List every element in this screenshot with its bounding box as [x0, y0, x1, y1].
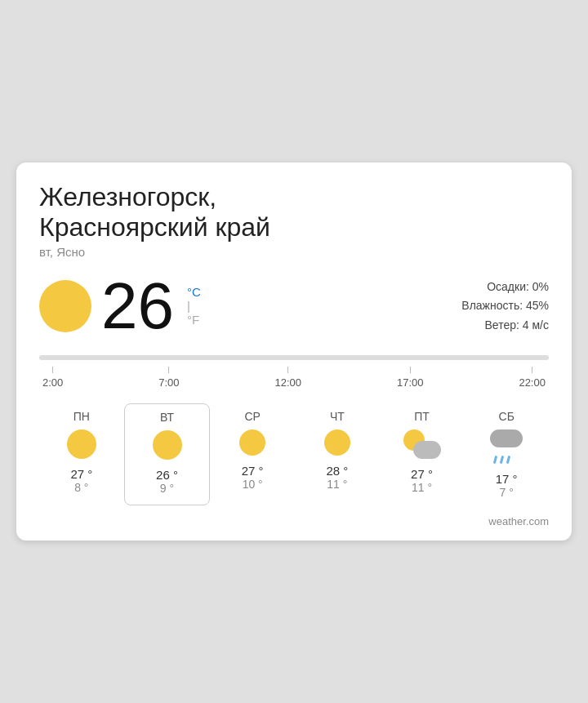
- day-label: ЧТ: [330, 410, 345, 423]
- low-temp: 7 °: [500, 486, 514, 499]
- low-temp: 8 °: [74, 481, 88, 494]
- forecast-day: ПН 27 ° 8 °: [39, 403, 124, 505]
- cloud-part-icon: [413, 441, 441, 459]
- day-condition: вт, Ясно: [39, 245, 549, 259]
- tick-label: 17:00: [397, 376, 424, 389]
- high-temp: 26 °: [156, 468, 178, 482]
- source-label: weather.com: [488, 515, 549, 527]
- tick-label: 22:00: [519, 376, 546, 389]
- city-line2: Красноярский край: [39, 212, 270, 242]
- tick-group: 22:00: [519, 367, 546, 389]
- temperature-section: 26 °C | °F: [39, 274, 201, 339]
- partly-cloudy-icon: [403, 429, 441, 459]
- rain-drops-icon: [494, 456, 510, 464]
- tick-label: 12:00: [274, 376, 301, 389]
- low-temp: 11 °: [412, 481, 432, 494]
- weather-details: Осадки: 0% Влажность: 45% Ветер: 4 м/с: [461, 278, 549, 336]
- tick-group: 2:00: [42, 367, 63, 389]
- day-icon: [239, 429, 265, 456]
- day-icon: [324, 429, 350, 456]
- rain-drop: [493, 456, 497, 464]
- tick-mark: [52, 367, 53, 373]
- fahrenheit-unit[interactable]: °F: [187, 313, 201, 327]
- forecast-day: СБ 17 ° 7 °: [464, 403, 549, 505]
- tick-label: 2:00: [42, 376, 63, 389]
- wind-detail: Ветер: 4 м/с: [461, 316, 549, 336]
- temperature-value: 26: [101, 274, 174, 339]
- city-name: Железногорск, Красноярский край: [39, 182, 549, 242]
- sun-icon: [324, 429, 350, 456]
- timeline-ticks: 2:00 7:00 12:00 17:00 22:00: [39, 367, 549, 389]
- tick-group: 12:00: [274, 367, 301, 389]
- unit-separator: |: [187, 299, 201, 313]
- day-icon: [153, 430, 182, 460]
- forecast-day: ПТ 27 ° 11 °: [380, 403, 465, 505]
- high-temp: 27 °: [242, 464, 264, 478]
- high-temp: 27 °: [70, 467, 92, 481]
- high-temp: 27 °: [411, 467, 433, 481]
- tick-mark: [168, 367, 169, 373]
- day-label: ПТ: [414, 410, 430, 423]
- sun-icon: [153, 430, 182, 460]
- sun-icon: [39, 280, 91, 332]
- day-icon: [67, 429, 96, 459]
- city-line1: Железногорск,: [39, 182, 216, 211]
- cloud-icon: [490, 429, 523, 447]
- weather-card: Железногорск, Красноярский край вт, Ясно…: [16, 162, 572, 541]
- forecast-section: ПН 27 ° 8 ° ВТ 26 ° 9 ° СР 27 ° 10 ° ЧТ …: [39, 403, 549, 505]
- day-label: ВТ: [160, 411, 174, 424]
- tick-group: 7:00: [158, 367, 179, 389]
- forecast-day: ЧТ 28 ° 11 °: [295, 403, 380, 505]
- footer: weather.com: [39, 515, 549, 527]
- day-label: СБ: [499, 410, 514, 423]
- day-icon: [488, 429, 525, 464]
- day-label: СР: [244, 410, 260, 423]
- humidity-detail: Влажность: 45%: [461, 296, 549, 316]
- rain-drop: [506, 456, 510, 464]
- unit-toggle[interactable]: °C | °F: [187, 285, 201, 327]
- day-icon: [403, 429, 441, 459]
- tick-group: 17:00: [397, 367, 424, 389]
- forecast-day: ВТ 26 ° 9 °: [124, 403, 211, 505]
- low-temp: 11 °: [327, 478, 347, 491]
- precipitation-detail: Осадки: 0%: [461, 278, 549, 297]
- day-label: ПН: [74, 410, 90, 423]
- rain-icon: [488, 429, 525, 464]
- rain-drop: [500, 456, 504, 464]
- tick-mark: [410, 367, 411, 373]
- high-temp: 28 °: [326, 464, 348, 478]
- high-temp: 17 °: [496, 472, 518, 486]
- sun-icon: [239, 429, 265, 456]
- timeline-bar: [39, 355, 549, 360]
- tick-label: 7:00: [158, 376, 179, 389]
- low-temp: 9 °: [160, 482, 174, 495]
- low-temp: 10 °: [243, 478, 263, 491]
- timeline: 2:00 7:00 12:00 17:00 22:00: [39, 355, 549, 389]
- tick-mark: [532, 367, 532, 373]
- sun-icon: [67, 429, 96, 459]
- main-weather-section: 26 °C | °F Осадки: 0% Влажность: 45% Вет…: [39, 274, 549, 339]
- forecast-day: СР 27 ° 10 °: [210, 403, 295, 505]
- celsius-unit[interactable]: °C: [187, 285, 201, 299]
- tick-mark: [287, 367, 288, 373]
